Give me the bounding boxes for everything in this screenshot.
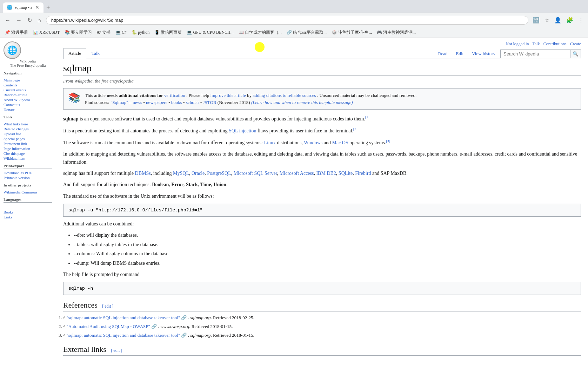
tab-close-button[interactable]: ✕ xyxy=(35,5,39,11)
active-tab[interactable]: 🌐 sqlmap - a ✕ xyxy=(3,2,44,13)
sidebar-link-upload[interactable]: Upload file xyxy=(4,131,52,136)
sidebar-link-donate[interactable]: Donate xyxy=(4,107,52,112)
search-submit-button[interactable]: 🔍 xyxy=(570,50,581,58)
notice-source-sqlmap[interactable]: "Sqlmap" xyxy=(111,100,128,105)
search-wikipedia-input[interactable] xyxy=(500,50,570,58)
not-logged-in-link[interactable]: Not logged in xyxy=(506,41,529,47)
bookmark-star-icon[interactable]: ☆ xyxy=(543,15,551,25)
sqlite-link[interactable]: SQLite xyxy=(339,171,353,176)
sidebar-link-what-links[interactable]: What links here xyxy=(4,121,52,126)
create-account-link[interactable]: Create xyxy=(570,41,581,47)
wiki-page: 🌐 WikipediaThe Free Encyclopedia Navigat… xyxy=(0,38,588,368)
sidebar-other-title: In other projects xyxy=(4,183,52,188)
ref-1-link[interactable]: [1] xyxy=(365,115,369,119)
additional-values-list: --dbs: will display the databases. --tab… xyxy=(74,231,581,267)
notice-learn-link[interactable]: (Learn how and when to remove this templ… xyxy=(251,100,353,105)
bookmark-csharp[interactable]: 💻C# xyxy=(113,29,129,36)
bookmark-hezhu[interactable]: 🎮河主教神河庭湖... xyxy=(375,29,418,36)
sidebar-link-links[interactable]: Links xyxy=(4,215,52,219)
notice-source-books[interactable]: books xyxy=(171,100,182,105)
tab-article[interactable]: Article xyxy=(63,48,86,59)
notice-source-scholar[interactable]: scholar xyxy=(186,100,199,105)
sidebar-link-current-events[interactable]: Current events xyxy=(4,87,52,92)
notice-source-jstor[interactable]: JSTOR xyxy=(203,100,216,105)
mysql-link[interactable]: MySQL xyxy=(173,171,189,176)
ref-1-title-link[interactable]: "sqlmap: automatic SQL injection and dat… xyxy=(66,315,180,320)
references-edit-link[interactable]: [ edit ] xyxy=(102,304,113,309)
sidebar-link-random[interactable]: Random article xyxy=(4,92,52,97)
contributions-link[interactable]: Contributions xyxy=(543,41,567,47)
ref-3-title-link[interactable]: "sqlmap: automatic SQL injection and dat… xyxy=(66,333,180,338)
notice-text2: by xyxy=(247,93,253,98)
windows-link[interactable]: Windows xyxy=(304,140,322,145)
sidebar-link-about[interactable]: About Wikipedia xyxy=(4,97,52,102)
ref-2-link[interactable]: [2] xyxy=(353,127,358,131)
forward-button[interactable]: → xyxy=(14,15,24,25)
bookmark-douyu[interactable]: 🎲斗鱼骰子摩-斗鱼... xyxy=(329,29,374,36)
notice-source-newspapers[interactable]: newspapers xyxy=(146,100,167,105)
oracle-link[interactable]: Oracle xyxy=(192,171,205,176)
reference-3: ^ "sqlmap: automatic SQL injection and d… xyxy=(63,332,581,339)
wiki-header: Not logged in Talk Contributions Create … xyxy=(63,41,581,59)
back-button[interactable]: ← xyxy=(3,15,13,25)
profile-icon[interactable]: 👤 xyxy=(553,15,563,25)
external-links-edit-link[interactable]: [ edit ] xyxy=(111,348,122,353)
sidebar-link-page-info[interactable]: Page information xyxy=(4,146,52,151)
bookmark-wechat[interactable]: 📱微信网页版 xyxy=(152,29,184,36)
ref-2-title-link[interactable]: "Automated Audit using SQLMap - OWASP" xyxy=(66,324,150,329)
sidebar-link-commons[interactable]: Wikimedia Commons xyxy=(4,190,52,195)
notice-adding-citations-link[interactable]: adding citations to reliable sources xyxy=(253,93,316,98)
sidebar-link-contents[interactable]: Contents xyxy=(4,83,52,87)
translate-icon[interactable]: 🔠 xyxy=(531,15,541,25)
bookmark-gpu[interactable]: 💻GPU & CPU BENCH... xyxy=(185,29,235,36)
postgresql-link[interactable]: PostgreSQL xyxy=(207,171,231,176)
sidebar-link-wikidata[interactable]: Wikidata item xyxy=(4,156,52,161)
bookmark-python[interactable]: 🐍python xyxy=(129,29,152,36)
view-history-action[interactable]: View history xyxy=(468,49,499,59)
bookmark-xrp[interactable]: 📊XRP/USDT xyxy=(31,29,62,36)
msaccess-link[interactable]: Microsoft Access xyxy=(280,171,314,176)
bookmark-xss[interactable]: 🔗结合xss平台获取... xyxy=(285,29,329,36)
sqlmap-bold-1: sqlmap xyxy=(63,116,79,121)
sidebar-link-related[interactable]: Related changes xyxy=(4,126,52,131)
menu-icon[interactable]: ⋮ xyxy=(577,15,585,25)
extension-icon[interactable]: 🧩 xyxy=(565,15,575,25)
sql-injection-link[interactable]: SQL injection xyxy=(229,128,256,133)
sidebar-link-main-page[interactable]: Main page xyxy=(4,78,52,83)
sidebar-link-cite[interactable]: Cite this page xyxy=(4,151,52,156)
bookmark-icon: 📊 xyxy=(33,30,38,35)
paragraph-5: sqlmap has full support for multiple DBM… xyxy=(63,170,581,177)
bookmark-learn[interactable]: 📚要立即学习 xyxy=(62,29,94,36)
address-input[interactable] xyxy=(46,16,528,25)
sidebar-tools-section: Tools What links here Related changes Up… xyxy=(4,115,52,161)
edit-action[interactable]: Edit xyxy=(453,49,467,59)
sidebar-link-print[interactable]: Printable version xyxy=(4,175,52,180)
notice-verification-link[interactable]: verification xyxy=(164,93,185,98)
notice-improve-link[interactable]: improve this article xyxy=(211,93,246,98)
firebird-link[interactable]: Firebird xyxy=(355,171,371,176)
ref-3-link[interactable]: [3] xyxy=(386,139,390,143)
bookmark-qishi[interactable]: 📌漆透手册 xyxy=(3,29,30,36)
read-action[interactable]: Read xyxy=(435,49,451,59)
home-button[interactable]: ⌂ xyxy=(35,15,43,25)
sidebar-navigation-section: Navigation Main page Contents Current ev… xyxy=(4,71,52,112)
sidebar-link-contact[interactable]: Contact us xyxy=(4,102,52,107)
sidebar-link-special[interactable]: Special pages xyxy=(4,136,52,141)
macos-link[interactable]: Mac OS xyxy=(332,140,348,145)
talk-link[interactable]: Talk xyxy=(533,41,540,47)
mssql-link[interactable]: Microsoft SQL Server xyxy=(234,171,277,176)
tab-talk[interactable]: Talk xyxy=(86,48,105,59)
notice-source-news[interactable]: news xyxy=(133,100,142,105)
bookmark-hacker[interactable]: 📖自学成才的黑客（... xyxy=(236,29,284,36)
sidebar-link-permanent[interactable]: Permanent link xyxy=(4,141,52,146)
sidebar-link-pdf[interactable]: Download as PDF xyxy=(4,170,52,175)
refresh-button[interactable]: ↻ xyxy=(25,15,34,25)
linux-link[interactable]: Linux xyxy=(264,140,275,145)
reference-2: ^ "Automated Audit using SQLMap - OWASP"… xyxy=(63,323,581,330)
ibmdb2-link[interactable]: IBM DB2 xyxy=(316,171,336,176)
new-tab-button[interactable]: + xyxy=(44,4,53,11)
notice-text: This article needs additional citations … xyxy=(85,92,416,106)
dbms-link[interactable]: DBMSs xyxy=(135,171,151,176)
bookmark-food[interactable]: 🍽食书 xyxy=(95,29,113,36)
sidebar-link-books[interactable]: Books xyxy=(4,210,52,215)
